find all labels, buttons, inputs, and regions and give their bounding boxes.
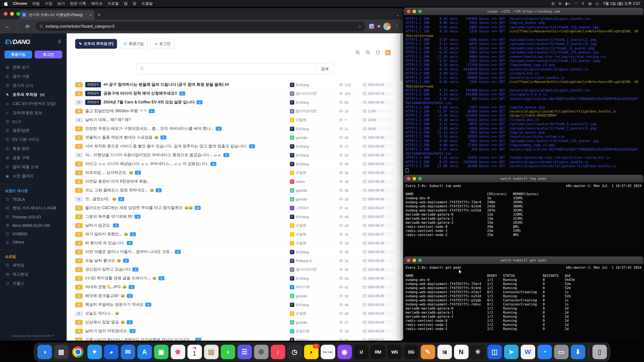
menu-bar-item[interactable]: 창	[132, 1, 136, 6]
dock-item-chatgpt[interactable]: ✳	[470, 345, 485, 359]
post-author[interactable]: 모모빌맨	[290, 117, 336, 122]
post-author[interactable]: 발발키리모터존	[290, 267, 336, 272]
dock-item-chrome[interactable]	[70, 345, 85, 359]
sidebar-item[interactable]: ▤전체 보기	[0, 63, 67, 72]
dock-item-intellij-idea[interactable]: IJ	[354, 345, 368, 359]
notification-center-icon[interactable]: ◴	[596, 1, 599, 5]
close-window-button[interactable]	[4, 12, 8, 16]
post-row[interactable]: 1그분의 독주를 막기위해 짠!3EEVDang402024-06-27	[75, 212, 394, 221]
post-row[interactable]: 1서버 최적화 중으로 서버가 좀 불안 할수 있습니다. 길게 멈추지는 않고…	[75, 142, 394, 151]
ime-korean-icon[interactable]: 한	[551, 1, 555, 6]
post-row[interactable]: 2이번달 충전비 아직 8천원밖에 못씀..sshkim182024-06-28	[75, 177, 394, 186]
reload-button[interactable]: ⟳	[23, 23, 32, 29]
post-row[interactable]: 1전체공지공동구매 타이어 장착 예약 신청해주세요!!1발발키리모터존1252…	[75, 89, 394, 98]
minimize-window-button[interactable]	[10, 12, 14, 16]
post-row[interactable]: 1제가 말하지 못했던...😂3모모빌맨312024-06-27	[75, 230, 394, 239]
sidebar-item[interactable]: ⒺEV 기본 가이드	[0, 135, 67, 144]
dock-item-messages[interactable]: ◖	[220, 345, 235, 359]
post-author[interactable]: EEVDang	[290, 162, 336, 166]
dock-item-zed-editor[interactable]: ✎	[420, 345, 435, 359]
post-row[interactable]: 1(수정) 취미생활 관련 글을 쓰려다가...😂5EEVDang432024-…	[75, 274, 394, 283]
post-author[interactable]: 모모빌맨	[290, 170, 336, 175]
dock-item-notion[interactable]: N	[454, 345, 468, 359]
post-row[interactable]: 1아이고 ㅠㅠ 드디어 해냈습니다 ㅠㅠ 쿠버네티스... ㅠㅠ 아 감동입니다…	[75, 160, 394, 168]
post-row[interactable]: 3오늘 날씨 좋네요😂3PPolestar K222024-06-26	[75, 256, 394, 265]
close-window-button[interactable]	[407, 177, 410, 180]
sidebar-item[interactable]: ◎Others	[0, 238, 67, 246]
header-pill-button[interactable]: ☰회원가입	[120, 39, 148, 49]
sidebar-item[interactable]: Ⓙ지름스	[0, 279, 67, 288]
post-row[interactable]: 0오늘도 역시나...😂모모빌맨262024-06-24	[75, 309, 394, 318]
dock-item-calendar[interactable]: 7월1	[187, 345, 202, 359]
sidebar-item[interactable]: Ⓐ알리 제품 소개	[0, 162, 67, 172]
post-row[interactable]: 1막내와 큰형 🦶.JPG😂1하하타기재412024-06-25	[75, 283, 394, 292]
sidebar-item[interactable]: ⓎHYBRID	[0, 230, 67, 238]
spotlight-icon[interactable]: ⚲	[582, 1, 584, 5]
sidebar-item[interactable]: Ⓦ공동 구매	[0, 153, 67, 162]
rss-icon[interactable]	[385, 50, 390, 55]
zoom-window-button[interactable]	[16, 12, 20, 16]
post-row[interactable]: 1넷플릭스 돌풍 재밌게 봤네요 스포없음😂3ggoshde302024-06-…	[75, 133, 394, 142]
sidebar-로그인-button[interactable]: 로그인	[34, 51, 62, 58]
sidebar-item[interactable]: Ⓗ현대.기아.제네시스.KGM	[0, 204, 67, 213]
post-author[interactable]: PPolestar K	[290, 259, 336, 263]
post-row[interactable]: 0날씨가 대체... 왜? 왜? 왜?모모빌맨710:38	[75, 116, 394, 124]
menu-bar-item[interactable]: 탭	[124, 1, 128, 6]
back-button[interactable]: ←	[3, 23, 12, 29]
zoom-window-button[interactable]	[418, 177, 422, 180]
dock-item-system-settings[interactable]: ⚙	[254, 345, 268, 359]
dock-item-trash[interactable]: ▯	[592, 345, 607, 359]
control-center-icon[interactable]: ▤	[588, 1, 592, 5]
post-row[interactable]: 1요즘 나이가 들다보니 개발보다 인프라쪽에 관심이 더가네요...7EEVD…	[75, 336, 394, 341]
post-row[interactable]: 1이번 여름은 얼마나 더울지... 컵부터 나네요 크흐...6EEVDang…	[75, 248, 394, 256]
dock-item-edge[interactable]: ◕	[104, 345, 118, 359]
dock-item-docker[interactable]: ◫	[487, 345, 502, 359]
profile-avatar[interactable]	[383, 23, 391, 30]
post-author[interactable]: 발발키리모터존	[290, 109, 336, 113]
post-row[interactable]: 2날씨가 많이 더워졌네요.3눈눈빛마옹192024-06-23	[75, 327, 394, 336]
close-window-button[interactable]	[407, 259, 410, 262]
zoom-window-button[interactable]	[418, 259, 422, 262]
dock-item-notes[interactable]: ▤	[204, 345, 218, 359]
post-author[interactable]: 모모빌맨	[290, 241, 336, 245]
post-row[interactable]: 0아... 이빵당을 드디어 숙원사업이었던 쿠버네티스 환경으로 옮겼습니다.…	[75, 151, 394, 160]
post-row[interactable]: 2확실히 주말에는 방문수가 적네요9EEVDang462024-06-24	[75, 300, 394, 309]
post-author[interactable]: EEVDang	[290, 144, 336, 148]
zoom-out-icon[interactable]	[365, 50, 371, 55]
sidebar-item[interactable]: ⓉTESLA	[0, 195, 67, 204]
dock-item-datagrip[interactable]: DG	[404, 345, 418, 359]
menu-bar-item[interactable]: 파일	[32, 1, 40, 6]
dock-item-safari[interactable]: ✦	[87, 345, 102, 359]
post-author[interactable]: EEVDang	[290, 100, 336, 104]
dock-item-app-store[interactable]: A	[137, 345, 152, 359]
address-bar[interactable]: ☷ evdang.com/articles?board_category=3 ☆	[36, 22, 366, 31]
sidebar-item[interactable]: ⓅPolestar.VOLVO	[0, 213, 67, 221]
dock-item-finder[interactable]: ◑	[37, 345, 52, 359]
dock-item-kakaotalk[interactable]: ◗1	[304, 345, 318, 359]
menu-bar-item[interactable]: 프로필	[108, 1, 119, 6]
post-row[interactable]: 1진정한 무중단 배포가 구현되었네요... 흠... 진작 쿠버네티스를 써야…	[75, 124, 394, 133]
post-author[interactable]: EEVDang	[290, 303, 336, 307]
dock-item-mail[interactable]: ✉	[120, 345, 135, 359]
sidebar-item[interactable]: ©C&C EV (카앤커피 모임)	[0, 99, 67, 108]
tab-search-icon[interactable]: ⌄	[396, 12, 399, 17]
dock-item-clock[interactable]: ◷	[287, 345, 302, 359]
post-author[interactable]: 모모빌맨	[290, 223, 336, 228]
post-row[interactable]: 3줄고 한달반만에 3800km 주행 ㅋㅋ1발발키리모터존1011:09	[75, 107, 394, 116]
post-author[interactable]: 발발키리모터존	[290, 91, 336, 96]
browser-menu-icon[interactable]: ⋮	[395, 23, 399, 29]
header-pill-button[interactable]: ➔로그인	[150, 39, 174, 49]
dock-item-podcasts[interactable]: ◉	[337, 345, 352, 359]
post-author[interactable]: ggoshde	[290, 197, 336, 201]
dock-item-blue-circle-app[interactable]: ◔	[537, 345, 552, 359]
dock-item-webex[interactable]: W	[520, 345, 535, 359]
post-row[interactable]: 1의료파업 ... 심각하군요.😂2모모빌맨262024-06-29	[75, 168, 394, 177]
dock-item-display-app[interactable]: ▭	[554, 345, 568, 359]
post-author[interactable]: ggoshde	[290, 294, 336, 298]
dock-item-hey-note[interactable]: hey note	[320, 345, 335, 359]
header-pill-button[interactable]: ✎모두의 주차장 [F]	[75, 39, 117, 49]
post-author[interactable]: EEVDang	[290, 82, 336, 87]
post-author[interactable]: EEVDang	[290, 276, 336, 281]
menu-bar-item[interactable]: 방문 기록	[70, 1, 86, 6]
post-row[interactable]: 1돌아오는 C&C에는 새로 입양한 뚜따를 타고 참석할께요😂😂10그그래피스…	[75, 204, 394, 212]
